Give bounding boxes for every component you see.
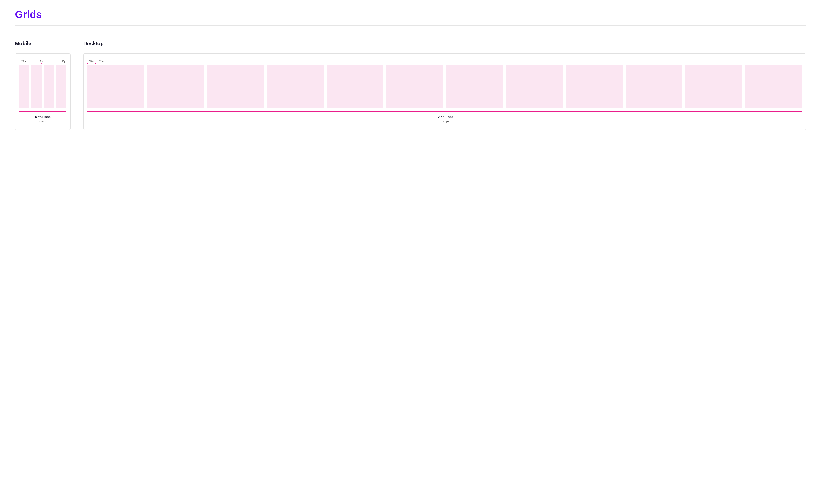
desktop-section-title: Desktop — [83, 41, 806, 47]
measure-line-icon — [19, 111, 66, 112]
grid-column — [685, 65, 742, 108]
grid-column — [745, 65, 802, 108]
mobile-width-indicator — [19, 111, 66, 112]
grid-column — [566, 65, 623, 108]
mobile-width-label: 375px — [19, 120, 66, 123]
desktop-gutter-label: 32px — [99, 60, 104, 63]
measure-line-icon — [40, 63, 42, 64]
grid-column — [626, 65, 682, 108]
measure-line-icon — [100, 63, 103, 64]
mobile-frame: 72px 16px 16px — [15, 53, 71, 130]
mobile-columns-label: 4 colunas — [19, 115, 66, 119]
grid-column — [56, 65, 66, 108]
grid-column — [44, 65, 54, 108]
grid-column — [267, 65, 324, 108]
grid-column — [386, 65, 443, 108]
grid-sections: Mobile 72px 16px 16px — [15, 41, 806, 130]
page-title: Grids — [15, 9, 806, 26]
desktop-columns — [87, 65, 802, 108]
mobile-footer-info: 4 colunas 375px — [19, 115, 66, 123]
mobile-column-width-label: 72px — [21, 60, 26, 63]
desktop-width-indicator — [87, 111, 802, 112]
mobile-margin-label: 16px — [62, 60, 66, 63]
desktop-column-width-label: 75px — [89, 60, 94, 63]
grid-column — [147, 65, 204, 108]
grid-column — [31, 65, 42, 108]
desktop-section: Desktop 75px 32px — [83, 41, 806, 130]
mobile-column-width-measure: 72px — [19, 60, 28, 64]
grid-column — [506, 65, 563, 108]
mobile-gutter-label: 16px — [38, 60, 43, 63]
measure-line-icon — [19, 63, 28, 64]
desktop-measurements: 75px 32px — [87, 57, 802, 64]
desktop-footer-info: 12 colunas 1440px — [87, 115, 802, 123]
desktop-width-label: 1440px — [87, 120, 802, 123]
mobile-gutter-measure: 16px — [38, 60, 43, 64]
mobile-measurements: 72px 16px 16px — [19, 57, 66, 64]
desktop-column-width-measure: 75px — [87, 60, 96, 64]
desktop-columns-label: 12 colunas — [87, 115, 802, 119]
desktop-gutter-measure: 32px — [99, 60, 104, 64]
grid-column — [207, 65, 264, 108]
mobile-section: Mobile 72px 16px 16px — [15, 41, 75, 130]
desktop-frame: 75px 32px — [83, 53, 806, 130]
mobile-columns — [19, 65, 66, 108]
measure-line-icon — [87, 63, 96, 64]
measure-line-icon — [87, 111, 802, 112]
grid-column — [87, 65, 144, 108]
mobile-section-title: Mobile — [15, 41, 75, 47]
measure-line-icon — [63, 63, 65, 64]
mobile-margin-measure: 16px — [62, 60, 66, 64]
grid-column — [446, 65, 503, 108]
grid-column — [327, 65, 384, 108]
grid-column — [19, 65, 29, 108]
